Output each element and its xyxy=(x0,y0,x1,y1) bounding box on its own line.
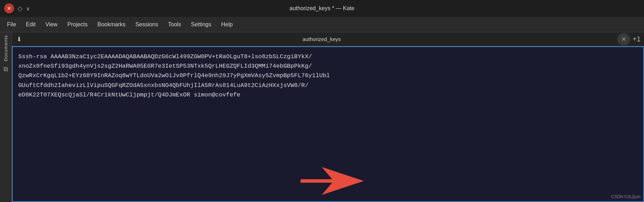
title-bar-controls: ✕ ◇ ∨ xyxy=(0,4,30,13)
red-arrow-annotation xyxy=(301,167,364,195)
main-area: Documents ⧉ ⬇ authorized_keys ✕ +1 Sssh-… xyxy=(0,32,644,202)
download-icon: ⬇ xyxy=(17,35,22,43)
menu-bookmarks[interactable]: Bookmarks xyxy=(93,19,130,30)
left-sidebar: Documents ⧉ xyxy=(0,32,12,202)
watermark: CSDN ©出品on xyxy=(611,194,640,200)
menu-view[interactable]: View xyxy=(41,19,61,30)
svg-marker-0 xyxy=(301,167,364,195)
tab-download-icon[interactable]: ⬇ xyxy=(12,35,26,43)
tab-add-button[interactable]: +1 xyxy=(631,35,644,43)
menu-edit[interactable]: Edit xyxy=(22,19,40,30)
title-bar: ✕ ◇ ∨ authorized_keys * — Kate xyxy=(0,0,644,17)
tab-filename: authorized_keys xyxy=(26,36,617,42)
editor-content: Sssh-rsa AAAAB3NzaC1yc2EAAAADAQABAABAQDz… xyxy=(18,52,638,100)
document-area: ⬇ authorized_keys ✕ +1 Sssh-rsa AAAAB3Nz… xyxy=(12,32,644,202)
close-icon: ✕ xyxy=(7,6,11,11)
chevron-down-icon[interactable]: ∨ xyxy=(26,5,30,12)
menu-sessions[interactable]: Sessions xyxy=(131,19,163,30)
menu-tools[interactable]: Tools xyxy=(164,19,185,30)
sidebar-documents-label: Documents xyxy=(3,34,8,63)
menu-settings[interactable]: Settings xyxy=(187,19,216,30)
editor-area[interactable]: Sssh-rsa AAAAB3NzaC1yc2EAAAADAQABAABAQDz… xyxy=(12,46,644,202)
menu-projects[interactable]: Projects xyxy=(63,19,92,30)
menu-help[interactable]: Help xyxy=(217,19,237,30)
window-title: authorized_keys * — Kate xyxy=(290,5,355,12)
menu-bar: File Edit View Projects Bookmarks Sessio… xyxy=(0,17,644,32)
tab-bar: ⬇ authorized_keys ✕ +1 xyxy=(12,32,644,46)
tab-add-label: +1 xyxy=(633,35,641,43)
sidebar-documents[interactable]: Documents xyxy=(0,34,12,63)
close-button[interactable]: ✕ xyxy=(4,4,14,13)
sidebar-copy-icon[interactable]: ⧉ xyxy=(4,66,8,73)
tab-close-button[interactable]: ✕ xyxy=(617,33,630,46)
tab-close-icon: ✕ xyxy=(621,35,626,43)
diamond-icon[interactable]: ◇ xyxy=(18,5,22,12)
menu-file[interactable]: File xyxy=(3,19,20,30)
